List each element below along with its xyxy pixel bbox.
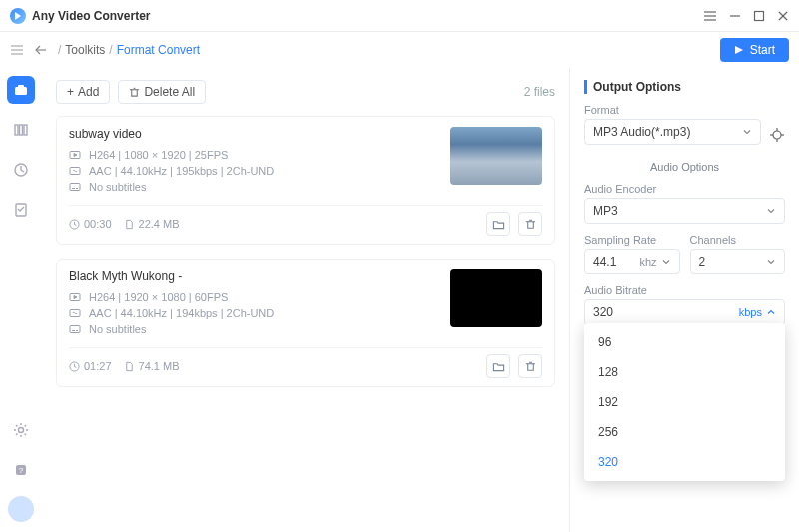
format-label: Format (584, 104, 761, 116)
file-audio-info: AAC | 44.10kHz | 194kbps | 2Ch-UND (89, 307, 274, 319)
svg-rect-12 (18, 85, 24, 88)
start-button[interactable]: Start (720, 38, 789, 62)
close-icon[interactable] (777, 10, 789, 22)
svg-rect-13 (15, 125, 18, 135)
channels-select[interactable]: 2 (690, 249, 786, 274)
video-icon (69, 291, 83, 303)
file-title: subway video (69, 127, 450, 141)
svg-rect-33 (70, 326, 80, 333)
encoder-select[interactable]: MP3 (584, 198, 785, 224)
bitrate-label: Audio Bitrate (584, 284, 785, 296)
delete-all-button[interactable]: Delete All (118, 80, 206, 104)
file-duration: 00:30 (84, 218, 112, 230)
file-video-info: H264 | 1920 × 1080 | 60FPS (89, 291, 228, 303)
file-card: subway video H264 | 1080 × 1920 | 25FPS … (56, 116, 555, 245)
file-count: 2 files (524, 85, 555, 99)
bitrate-dropdown: 96128192256320 (584, 323, 785, 481)
file-duration: 01:27 (84, 360, 112, 372)
file-thumbnail (450, 127, 542, 185)
file-subs-info: No subtitles (89, 323, 146, 335)
file-size: 22.4 MB (139, 218, 180, 230)
drawer-icon[interactable] (10, 43, 24, 57)
maximize-icon[interactable] (753, 10, 765, 22)
svg-marker-23 (74, 154, 77, 157)
channels-label: Channels (690, 234, 786, 246)
svg-point-38 (773, 131, 781, 139)
add-button[interactable]: + Add (56, 80, 110, 104)
svg-text:?: ? (19, 466, 24, 475)
svg-rect-4 (755, 11, 764, 20)
file-video-info: H264 | 1080 × 1920 | 25FPS (89, 149, 228, 161)
file-card: Black Myth Wukong - H264 | 1920 × 1080 |… (56, 259, 555, 387)
open-folder-button[interactable] (486, 354, 510, 378)
chevron-down-icon (766, 206, 776, 216)
sampling-select[interactable]: 44.1 khz (584, 249, 680, 274)
sidebar-item-help[interactable]: ? (7, 456, 35, 484)
svg-marker-31 (74, 296, 77, 299)
sidebar-item-tasks[interactable] (7, 196, 35, 224)
sidebar-item-history[interactable] (7, 156, 35, 184)
breadcrumb-root[interactable]: Toolkits (65, 43, 105, 57)
breadcrumb-current: Format Convert (117, 43, 200, 57)
app-title: Any Video Converter (32, 9, 150, 23)
format-select[interactable]: MP3 Audio(*.mp3) (584, 119, 761, 145)
audio-section-title: Audio Options (584, 161, 785, 173)
svg-rect-14 (20, 125, 23, 135)
menu-icon[interactable] (703, 9, 717, 23)
bitrate-option[interactable]: 256 (584, 417, 785, 447)
target-icon[interactable] (769, 127, 785, 143)
svg-point-18 (19, 428, 24, 433)
bitrate-select[interactable]: 320 kbps (584, 299, 785, 325)
sidebar-item-settings[interactable] (7, 416, 35, 444)
svg-rect-15 (24, 125, 27, 135)
file-subs-info: No subtitles (89, 181, 146, 193)
video-icon (69, 149, 83, 161)
chevron-down-icon (742, 127, 752, 137)
bitrate-option[interactable]: 96 (584, 327, 785, 357)
bitrate-option[interactable]: 192 (584, 387, 785, 417)
bitrate-option[interactable]: 128 (584, 357, 785, 387)
plus-icon: + (67, 85, 74, 99)
user-avatar[interactable] (8, 496, 34, 522)
sampling-label: Sampling Rate (584, 234, 680, 246)
app-logo (10, 8, 26, 24)
delete-file-button[interactable] (518, 212, 542, 236)
file-size: 74.1 MB (139, 360, 180, 372)
svg-rect-11 (15, 87, 27, 95)
breadcrumb: / Toolkits / Format Convert (58, 43, 200, 57)
output-options-title: Output Options (584, 80, 785, 94)
sidebar-item-toolkit[interactable] (7, 76, 35, 104)
back-icon[interactable] (34, 43, 48, 57)
audio-icon (69, 165, 83, 177)
bitrate-option[interactable]: 320 (584, 447, 785, 477)
trash-icon (129, 87, 140, 98)
file-audio-info: AAC | 44.10kHz | 195kbps | 2Ch-UND (89, 165, 274, 177)
open-folder-button[interactable] (486, 212, 510, 236)
minimize-icon[interactable] (729, 10, 741, 22)
svg-rect-25 (70, 184, 80, 191)
delete-file-button[interactable] (518, 354, 542, 378)
file-title: Black Myth Wukong - (69, 269, 450, 283)
file-thumbnail (450, 269, 542, 327)
sidebar-item-library[interactable] (7, 116, 35, 144)
subtitle-icon (69, 181, 83, 193)
encoder-label: Audio Encoder (584, 183, 785, 195)
subtitle-icon (69, 323, 83, 335)
audio-icon (69, 307, 83, 319)
